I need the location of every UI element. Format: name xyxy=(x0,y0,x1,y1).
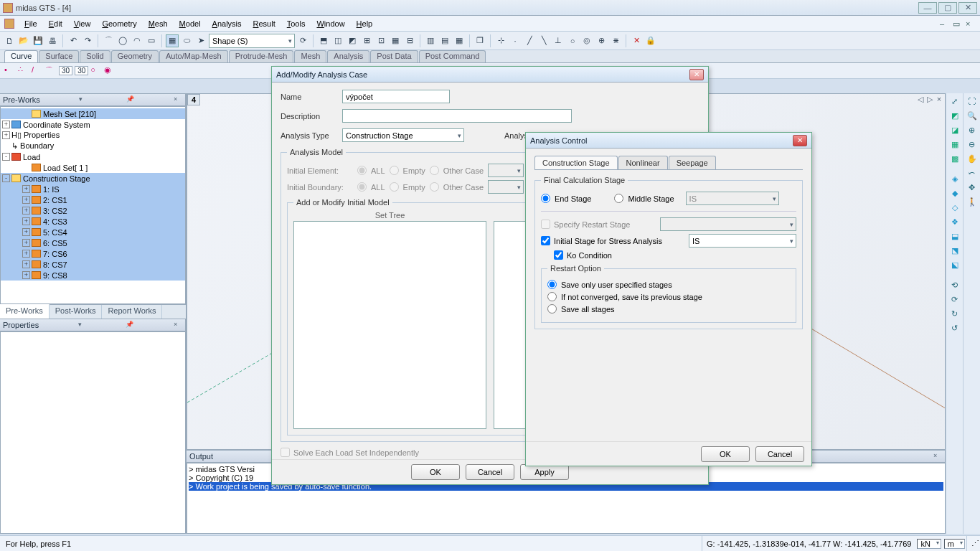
cube3-icon[interactable]: ▦ xyxy=(948,138,961,151)
rect-icon[interactable]: ▭ xyxy=(145,34,158,47)
rot3-icon[interactable]: ↻ xyxy=(948,307,961,320)
menu-window[interactable]: Window xyxy=(311,18,350,29)
tree-row[interactable]: +Coordinate System xyxy=(1,119,185,130)
sel6-icon[interactable]: ▦ xyxy=(389,34,402,47)
snap8-icon[interactable]: ⊕ xyxy=(595,34,608,47)
tree-row[interactable]: Load Set[ 1 ] xyxy=(1,162,185,173)
tree-row[interactable]: ↳ Boundary xyxy=(1,141,185,151)
pointer-icon[interactable]: ➤ xyxy=(194,34,207,47)
mdi-minimize-icon[interactable]: – xyxy=(940,19,950,28)
shape-combo[interactable]: Shape (S) xyxy=(209,34,295,48)
menu-mesh[interactable]: Mesh xyxy=(143,18,174,29)
grid2-icon[interactable]: ▤ xyxy=(438,34,451,47)
iso2-icon[interactable]: ◆ xyxy=(948,187,961,199)
iso5-icon[interactable]: ⬓ xyxy=(948,230,961,242)
tab-construction-stage[interactable]: Construction Stage xyxy=(534,156,618,169)
grid1-icon[interactable]: ▥ xyxy=(424,34,437,47)
maximize-button[interactable]: ▢ xyxy=(938,2,957,14)
pane-pin-icon[interactable]: ▾ xyxy=(79,95,88,104)
tab-nonlinear[interactable]: Nonlinear xyxy=(618,156,668,169)
ko-condition-check[interactable] xyxy=(554,250,563,260)
fit-icon[interactable]: ⛶ xyxy=(966,95,979,108)
snap1-icon[interactable]: ⊹ xyxy=(494,34,507,47)
pan2-icon[interactable]: ✥ xyxy=(966,181,979,194)
rot-icon[interactable]: ⤺ xyxy=(966,166,979,179)
snap6-icon[interactable]: ○ xyxy=(566,34,579,47)
tree-row[interactable]: +3: CS2 xyxy=(1,205,185,216)
dlg1-titlebar[interactable]: Add/Modify Analysis Case ✕ xyxy=(272,67,708,83)
end1-icon[interactable]: ○ xyxy=(90,65,102,77)
tab-mesh[interactable]: Mesh xyxy=(294,50,326,62)
iso6-icon[interactable]: ⬔ xyxy=(948,244,961,257)
tree-row[interactable]: +8: CS7 xyxy=(1,259,185,270)
snap7-icon[interactable]: ◎ xyxy=(580,34,593,47)
curve-icon[interactable]: ⌒ xyxy=(102,34,115,47)
tree-row[interactable]: +4: CS3 xyxy=(1,216,185,227)
end-stage-radio[interactable] xyxy=(541,194,550,203)
iso7-icon[interactable]: ⬕ xyxy=(948,258,961,271)
sel7-icon[interactable]: ⊟ xyxy=(403,34,416,47)
tree-row[interactable]: -Load xyxy=(1,151,185,162)
axis-icon[interactable]: ⤢ xyxy=(948,95,961,108)
menu-geometry[interactable]: Geometry xyxy=(96,18,142,29)
snap5-icon[interactable]: ⊥ xyxy=(552,34,565,47)
menu-help[interactable]: Help xyxy=(351,18,379,29)
dlg2-close-icon[interactable]: ✕ xyxy=(793,135,807,146)
middle-stage-radio[interactable] xyxy=(614,194,623,203)
iso4-icon[interactable]: ❖ xyxy=(948,215,961,228)
snap-off-icon[interactable]: ✕ xyxy=(630,34,643,47)
ln1-icon[interactable]: / xyxy=(32,65,43,77)
open-icon[interactable]: 📂 xyxy=(17,34,30,47)
tree-row[interactable]: +5: CS4 xyxy=(1,227,185,237)
sel2-icon[interactable]: ◫ xyxy=(331,34,344,47)
settree-listbox[interactable] xyxy=(293,221,486,429)
props-close-icon[interactable]: × xyxy=(174,321,182,329)
dlg2-cancel-button[interactable]: Cancel xyxy=(755,446,804,462)
out-close-icon[interactable]: × xyxy=(933,452,942,461)
new-icon[interactable]: 🗋 xyxy=(3,34,16,47)
tree-row[interactable]: +6: CS5 xyxy=(1,237,185,248)
mdi-close-icon[interactable]: × xyxy=(966,19,976,28)
tree-row[interactable]: +7: CS6 xyxy=(1,248,185,259)
sel3-icon[interactable]: ◩ xyxy=(346,34,359,47)
pane-close-icon[interactable]: × xyxy=(174,95,182,104)
ro3-radio[interactable] xyxy=(547,304,557,314)
lock-icon[interactable]: 🔒 xyxy=(644,34,657,47)
tree-row[interactable]: +2: CS1 xyxy=(1,194,185,205)
cube1-icon[interactable]: ◩ xyxy=(948,109,961,122)
mdi-restore-icon[interactable]: ▭ xyxy=(953,19,963,28)
cube2-icon[interactable]: ◪ xyxy=(948,123,961,136)
unit-force[interactable]: kN xyxy=(917,539,941,549)
tree-row[interactable]: Mesh Set [210] xyxy=(1,108,185,119)
menu-view[interactable]: View xyxy=(68,18,97,29)
dlg1-close-icon[interactable]: ✕ xyxy=(689,69,704,80)
ln2-icon[interactable]: ⌒ xyxy=(45,65,57,77)
type-combo[interactable]: Construction Stage xyxy=(342,128,464,142)
snap2-icon[interactable]: · xyxy=(509,34,522,47)
unit-length[interactable]: m xyxy=(944,539,965,549)
iso3-icon[interactable]: ◇ xyxy=(948,201,961,214)
sel5-icon[interactable]: ⊡ xyxy=(374,34,387,47)
dlg1-cancel-button[interactable]: Cancel xyxy=(466,464,514,480)
props-pin2-icon[interactable]: 📌 xyxy=(126,321,134,329)
preworks-tree[interactable]: Mesh Set [210]+Coordinate System+H▯ Prop… xyxy=(0,106,186,304)
tab-solid[interactable]: Solid xyxy=(80,50,110,62)
dlg2-ok-button[interactable]: OK xyxy=(701,446,750,462)
select-mode-icon[interactable]: ▦ xyxy=(166,34,179,47)
arc-icon[interactable]: ◠ xyxy=(131,34,143,47)
pt1-icon[interactable]: • xyxy=(4,65,16,77)
zoom1-icon[interactable]: 🔍 xyxy=(966,109,979,122)
menu-edit[interactable]: Edit xyxy=(43,18,68,29)
walk-icon[interactable]: 🚶 xyxy=(966,195,979,208)
menu-tools[interactable]: Tools xyxy=(281,18,311,29)
tree-row[interactable]: +1: IS xyxy=(1,184,185,194)
menu-model[interactable]: Model xyxy=(174,18,207,29)
initial-stage-check[interactable] xyxy=(541,236,550,245)
cube4-icon[interactable]: ▩ xyxy=(948,152,961,165)
redo-icon[interactable]: ↷ xyxy=(81,34,94,47)
ro1-radio[interactable] xyxy=(547,280,557,289)
refresh-icon[interactable]: ⟳ xyxy=(296,34,309,47)
tab-analysis[interactable]: Analysis xyxy=(327,50,369,62)
name-input[interactable] xyxy=(342,90,450,103)
zoom3-icon[interactable]: ⊖ xyxy=(966,138,979,151)
